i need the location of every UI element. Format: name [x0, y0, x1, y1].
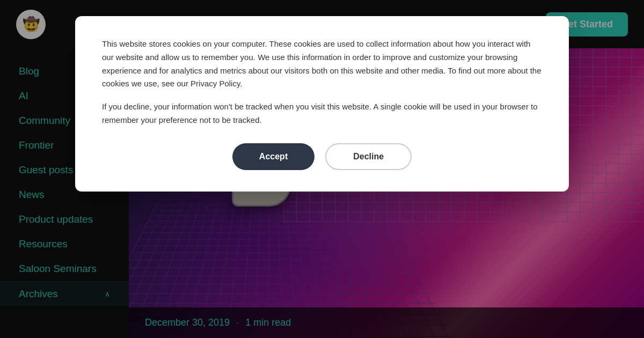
decline-button[interactable]: Decline	[325, 143, 412, 170]
cookie-text-secondary: If you decline, your information won't b…	[102, 100, 542, 127]
cookie-text-primary: This website stores cookies on your comp…	[102, 38, 542, 91]
accept-button[interactable]: Accept	[232, 143, 314, 170]
modal-overlay: This website stores cookies on your comp…	[0, 0, 644, 338]
cookie-modal: This website stores cookies on your comp…	[75, 16, 569, 192]
modal-buttons: Accept Decline	[102, 143, 542, 170]
